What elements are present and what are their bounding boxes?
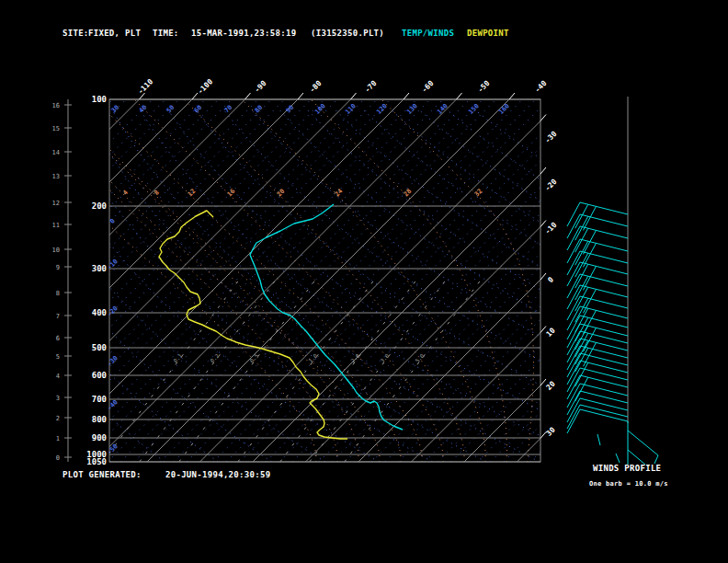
isotherm-line: [0, 99, 192, 462]
mixing-ratio-line: [103, 276, 243, 462]
isotherm-right-tick: [540, 221, 546, 227]
chart-label: 50: [165, 104, 176, 115]
chart-label: 6: [56, 335, 60, 342]
moist-adiabat-line: [55, 99, 358, 462]
wind-barb-feather: [567, 368, 580, 392]
minor-isotherm-line: [0, 99, 165, 462]
wind-barb-feather: [567, 409, 580, 433]
minor-isotherm-line: [0, 99, 60, 462]
moist-adiabat-line: [19, 99, 337, 462]
minor-isotherm-line: [319, 99, 681, 462]
wind-barb-shaft: [580, 391, 628, 403]
minor-isotherm-line: [0, 99, 285, 462]
height-axis-group: 161514131211109876543210: [52, 99, 72, 462]
wind-barb-shaft: [580, 361, 628, 373]
chart-label: 11: [52, 222, 60, 229]
moist-adiabat-line: [381, 99, 533, 462]
chart-label: 0.2: [209, 352, 221, 364]
chart-label: 15: [52, 125, 60, 132]
chart-label: 150: [467, 102, 481, 116]
chart-label: 13: [52, 173, 60, 180]
wind-barb: [567, 251, 628, 277]
dry-adiabat-line: [336, 109, 728, 462]
minor-isotherm-line: [0, 99, 271, 462]
chart-label: 8: [153, 189, 161, 197]
chart-label: -80: [308, 79, 324, 95]
wind-barb-south-segment: [628, 450, 645, 465]
chart-label: 20: [545, 380, 557, 392]
minor-isotherm-line: [0, 99, 232, 462]
chart-label: 800: [92, 415, 107, 424]
dry-adiabat-line: [447, 109, 728, 462]
isotherm-top-tick: [298, 93, 303, 99]
chart-label: 30: [110, 104, 121, 115]
minor-isotherm-line: [120, 99, 483, 462]
minor-isotherm-line: [213, 99, 575, 462]
isotherm-top-tick: [509, 93, 515, 99]
dry-adiabat-line: [85, 109, 486, 462]
chart-label: 3: [56, 395, 60, 402]
minor-isotherm-line: [0, 99, 311, 462]
minor-isotherm-line: [438, 99, 728, 462]
minor-isotherm-line: [279, 99, 642, 462]
chart-label: 30: [545, 426, 557, 438]
wind-barb-feather: [567, 405, 580, 429]
chart-label: 4: [121, 189, 130, 197]
chart-label: -100: [196, 77, 214, 96]
chart-label: 500: [92, 343, 107, 352]
wind-barb: [567, 285, 628, 313]
chart-label: 40: [138, 104, 149, 115]
minor-isotherm-line: [0, 99, 47, 462]
chart-label: 100: [92, 95, 107, 104]
wind-barb: [567, 202, 628, 230]
plot-generated-label: PLOT GENERATED:: [63, 470, 142, 479]
isotherm-line: [464, 99, 728, 462]
isotherm-line: [358, 99, 721, 462]
wind-barb-shaft: [580, 346, 628, 358]
chart-label: 90: [285, 104, 296, 115]
wind-barb-shaft: [580, 202, 628, 214]
minor-isotherm-line: [292, 99, 654, 462]
chart-label: 8: [56, 290, 60, 297]
chart-label: 300: [92, 264, 107, 273]
wind-barb-feather: [567, 398, 580, 422]
mixing-ratio-line: [140, 276, 279, 462]
isotherm-line: [306, 99, 668, 462]
chart-label: 16: [226, 188, 237, 199]
minor-isotherm-line: [0, 99, 99, 462]
dry-adiabat-line: [1, 109, 325, 462]
chart-label: 5.0: [414, 352, 426, 364]
moist-adiabat-line: [95, 99, 422, 462]
chart-label: 130: [405, 102, 419, 116]
minor-isotherm-line: [68, 99, 430, 462]
wind-barb-shaft: [580, 239, 628, 251]
dry-adiabat-line: [363, 109, 728, 462]
chart-label: -30: [543, 130, 559, 145]
minor-isotherm-line: [28, 99, 391, 462]
wind-barb: [567, 409, 628, 433]
wind-barb-south-segment: [597, 434, 600, 445]
isotherm-top-tick: [192, 93, 198, 99]
minor-isotherm-line: [266, 99, 628, 462]
chart-label: 0: [546, 275, 555, 284]
mixing-ratio-line: [238, 276, 378, 462]
wind-profile-group: [567, 97, 658, 465]
chart-label: 70: [223, 104, 234, 115]
dewpoint-curve: [159, 211, 347, 439]
dry-adiabat-line: [28, 109, 379, 462]
chart-label: 2.0: [349, 352, 361, 364]
dry-adiabat-line: [0, 109, 111, 462]
minor-isotherm-line: [0, 99, 205, 462]
moist-adiabat-line: [134, 99, 443, 462]
chart-label: 3.0: [379, 352, 391, 364]
chart-label: 200: [92, 201, 107, 211]
isotherm-top-tick: [245, 93, 251, 99]
wind-barb: [567, 262, 628, 290]
dry-adiabat-line: [391, 109, 728, 462]
winds-barb-legend: One barb = 10.0 m/s: [589, 480, 668, 488]
wind-barb-shaft: [580, 226, 628, 238]
minor-isotherm-line: [0, 99, 153, 462]
moist-adiabat-line: [0, 99, 316, 462]
chart-label: 0: [56, 454, 60, 462]
pressure-labels-group: 10020030040050060070080090010001050: [86, 95, 107, 466]
